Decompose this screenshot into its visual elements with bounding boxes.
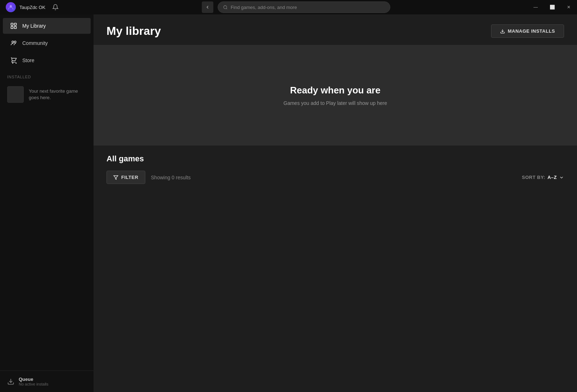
filter-label: FILTER [121,175,138,180]
sidebar-item-my-library[interactable]: My Library [3,18,91,34]
search-bar[interactable]: Find games, add-ons, and more [218,1,390,13]
back-icon [205,5,210,10]
maximize-button[interactable]: ⬜ [544,0,560,14]
notification-button[interactable] [49,1,62,14]
download-icon [7,378,14,385]
main-layout: My Library Community Stor [0,14,577,392]
sort-button[interactable]: SORT BY: A–Z [522,175,564,180]
svg-point-0 [10,5,12,7]
manage-installs-label: MANAGE INSTALLS [508,28,555,34]
svg-line-2 [226,8,227,9]
queue-title: Queue [19,377,49,382]
hero-title: Ready when you are [290,85,380,96]
svg-rect-6 [14,27,17,29]
sort-value: A–Z [548,175,557,180]
results-count: Showing 0 results [151,175,191,180]
installed-section: Installed Your next favorite game goes h… [0,69,94,109]
sidebar: My Library Community Stor [0,14,94,392]
filter-button[interactable]: FILTER [106,171,145,184]
sidebar-item-label-my-library: My Library [22,23,46,29]
content-area: My library MANAGE INSTALLS Ready when yo… [94,14,577,392]
titlebar-controls: — ⬜ ✕ [527,0,577,14]
page-title: My library [106,24,161,38]
svg-point-10 [16,63,17,64]
titlebar: TaupZdc OK Find games, add-ons, and more… [0,0,577,14]
svg-rect-5 [11,27,13,29]
sidebar-item-store[interactable]: Store [3,52,91,68]
games-toolbar: FILTER Showing 0 results SORT BY: A–Z [106,171,564,184]
titlebar-center: Find games, add-ons, and more [65,1,527,13]
sidebar-item-label-community: Community [22,40,48,46]
back-button[interactable] [202,1,213,13]
sidebar-item-community[interactable]: Community [3,35,91,51]
community-icon [10,40,17,47]
queue-info: Queue No active installs [19,377,49,386]
game-placeholder: Your next favorite game goes here. [7,83,86,106]
library-icon [10,22,17,29]
close-button[interactable]: ✕ [560,0,577,14]
toolbar-left: FILTER Showing 0 results [106,171,191,184]
all-games-title: All games [106,154,564,163]
bell-icon [52,4,59,10]
minimize-button[interactable]: — [527,0,544,14]
svg-point-7 [12,41,14,43]
content-header: My library MANAGE INSTALLS [94,14,577,45]
sidebar-bottom: Queue No active installs [0,370,94,392]
chevron-down-icon [559,175,564,180]
queue-section[interactable]: Queue No active installs [7,377,86,386]
sidebar-item-label-store: Store [22,57,34,63]
svg-point-1 [224,5,227,9]
all-games-section: All games FILTER Showing 0 results SORT … [94,154,577,190]
filter-icon [113,175,118,180]
svg-point-9 [13,63,13,64]
svg-point-8 [14,41,16,43]
titlebar-left: TaupZdc OK [6,1,65,14]
svg-marker-13 [114,175,118,179]
username-label: TaupZdc OK [19,5,45,10]
hero-subtitle: Games you add to Play later will show up… [283,100,387,106]
download-arrow-icon [500,29,505,34]
queue-subtitle: No active installs [19,382,49,386]
game-thumbnail [7,86,24,103]
installed-label: Installed [7,75,86,79]
game-placeholder-text: Your next favorite game goes here. [29,88,86,101]
svg-rect-4 [14,23,17,26]
search-icon [223,5,228,10]
avatar[interactable] [6,2,16,12]
svg-rect-3 [11,23,13,26]
manage-installs-button[interactable]: MANAGE INSTALLS [491,24,564,38]
search-placeholder: Find games, add-ons, and more [231,5,297,10]
hero-banner: Ready when you are Games you add to Play… [94,45,577,146]
sort-label: SORT BY: [522,175,545,180]
store-icon [10,57,17,64]
